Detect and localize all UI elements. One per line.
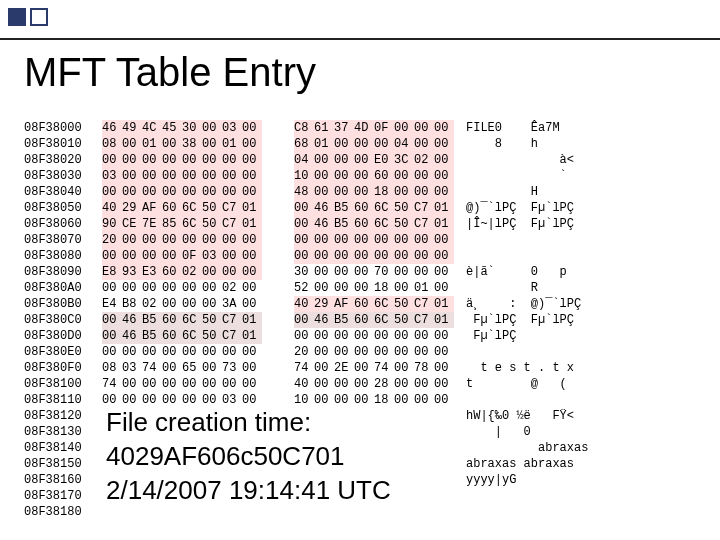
hex-row: 08F380F0080374006500730074002E0074007800… bbox=[24, 360, 710, 376]
hex-row: 08F380C00046B5606C50C7010046B5606C50C701… bbox=[24, 312, 710, 328]
hex-row: 08F38080000000000F0300000000000000000000 bbox=[24, 248, 710, 264]
hex-row: 08F380E000000000000000002000000000000000 bbox=[24, 344, 710, 360]
overlay-line-2: 4029AF606c50C701 bbox=[106, 439, 391, 473]
hex-row: 08F38020000000000000000004000000E03C0200… bbox=[24, 152, 710, 168]
page-title: MFT Table Entry bbox=[24, 50, 316, 95]
hex-row: 08F3801008000100380001006801000000040000… bbox=[24, 136, 710, 152]
hr bbox=[0, 38, 720, 40]
hex-row: 08F3807020000000000000000000000000000000 bbox=[24, 232, 710, 248]
hex-row: 08F38090E893E360020000003000000070000000… bbox=[24, 264, 710, 280]
overlay-text: File creation time: 4029AF606c50C701 2/1… bbox=[106, 405, 391, 507]
hex-row: 08F3810074000000000000004000000028000000… bbox=[24, 376, 710, 392]
hex-row: 08F380A000000000000002005200000018000100… bbox=[24, 280, 710, 296]
hex-row: 08F380504029AF606C50C7010046B5606C50C701… bbox=[24, 200, 710, 216]
slide-deco bbox=[8, 8, 52, 30]
hex-row: 08F380D00046B5606C50C7010000000000000000… bbox=[24, 328, 710, 344]
hex-row: 08F3806090CE7E856C50C7010046B5606C50C701… bbox=[24, 216, 710, 232]
hex-row: 08F380B0E4B8020000003A004029AF606C50C701… bbox=[24, 296, 710, 312]
overlay-line-1: File creation time: bbox=[106, 405, 391, 439]
overlay-line-3: 2/14/2007 19:14:41 UTC bbox=[106, 473, 391, 507]
hex-row: 08F3800046494C4530000300C861374D0F000000… bbox=[24, 120, 710, 136]
hex-row: 08F3804000000000000000004800000018000000… bbox=[24, 184, 710, 200]
hex-row: 08F3803003000000000000001000000060000000… bbox=[24, 168, 710, 184]
